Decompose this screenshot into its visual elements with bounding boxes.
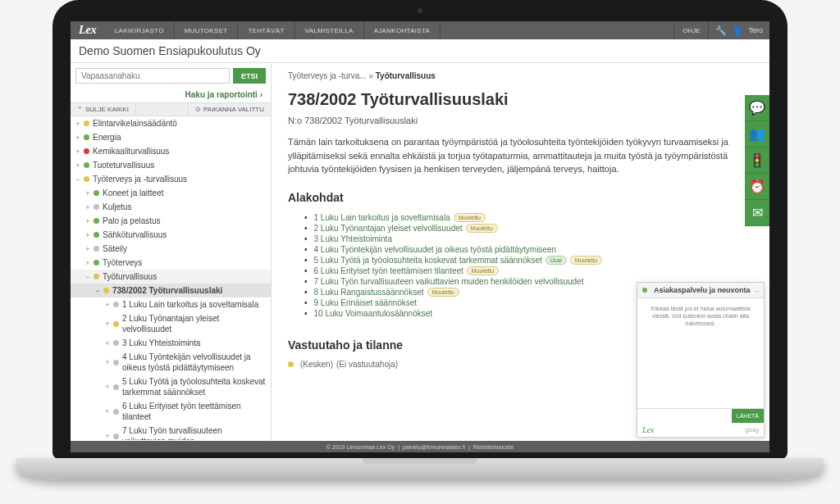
bullet-icon: • — [304, 245, 308, 254]
nav-ohje[interactable]: OHJE — [673, 21, 708, 39]
search-input[interactable] — [75, 68, 230, 84]
search-button[interactable]: ETSI — [233, 68, 266, 84]
laptop-notch — [363, 458, 477, 464]
footer-email[interactable]: palvelu@linnunmaalex.fi — [403, 444, 465, 450]
tree-item-luku4[interactable]: +4 Luku Työntekijän velvollisuudet ja oi… — [71, 350, 271, 375]
tree-item-tyoturvallisuus[interactable]: −Työturvallisuus — [71, 270, 271, 284]
nav-tehtavat[interactable]: TEHTÄVÄT — [238, 21, 294, 39]
chat-input[interactable] — [637, 409, 732, 423]
status-dot — [113, 360, 119, 366]
tree-item-tuote[interactable]: +Tuoteturvallisuus — [71, 158, 271, 172]
tree-item-luku2[interactable]: +2 Luku Työnantajan yleiset velvollisuud… — [71, 311, 271, 336]
breadcrumb-current: Työturvallisuus — [376, 71, 436, 80]
company-title: Demo Suomen Ensiapukoulutus Oy — [71, 39, 769, 63]
bullet-icon: • — [304, 288, 308, 297]
status-dot — [84, 134, 89, 140]
nav-muutokset[interactable]: MUUTOKSET — [175, 21, 239, 39]
tree-item-tyoterveys[interactable]: −Työterveys ja -turvallisuus — [71, 172, 271, 186]
page-title: 738/2002 Työturvallisuuslaki — [288, 90, 753, 109]
camera-dot — [418, 8, 422, 13]
traffic-light-icon[interactable]: 🚦 — [745, 148, 769, 174]
plus-icon: + — [84, 245, 92, 253]
tree-item-luku6[interactable]: +6 Luku Erityiset työn teettämisen tilan… — [71, 399, 271, 424]
tree-item-kemikaali[interactable]: +Kemikaaliturvallisuus — [71, 144, 271, 158]
tree-item-palo[interactable]: +Palo ja pelastus — [71, 214, 271, 228]
chat-icon[interactable]: 💬 — [745, 95, 769, 121]
tree-item-738-2002[interactable]: −738/2002 Työturvallisuuslaki — [71, 284, 271, 297]
plus-icon: + — [103, 407, 112, 415]
mail-icon[interactable]: ✉ — [745, 200, 769, 226]
minus-icon: − — [84, 273, 92, 281]
chapter-link[interactable]: •6 Luku Erityiset työn teettämisen tilan… — [304, 266, 753, 276]
target-icon: ⊙ — [195, 106, 201, 113]
haku-raportointi-link[interactable]: Haku ja raportointi — [71, 89, 271, 102]
breadcrumb-link[interactable]: Työterveys ja -turva... — [288, 71, 367, 80]
status-badge: Uusi — [546, 256, 567, 265]
chapter-link[interactable]: •2 Luku Työnantajan yleiset velvollisuud… — [304, 223, 753, 234]
plus-icon: + — [74, 161, 82, 170]
tree-item-luku5[interactable]: +5 Luku Työtä ja työolosuhteita koskevat… — [71, 375, 271, 399]
tree-item-koneet[interactable]: +Koneet ja laitteet — [71, 186, 271, 200]
status-dot — [288, 361, 294, 367]
wrench-icon[interactable]: 🔧 — [715, 25, 727, 36]
chapter-label: 3 Luku Yhteistoiminta — [314, 234, 392, 243]
user-icon[interactable]: 👤 — [732, 25, 743, 36]
locate-selected-button[interactable]: ⊙PAIKANNA VALITTU — [188, 103, 271, 116]
chat-provider: giosg — [745, 427, 759, 433]
law-description: Tämän lain tarkoituksena on parantaa työ… — [288, 135, 753, 176]
nav-valmisteilla[interactable]: VALMISTEILLA — [295, 21, 364, 39]
page-subtitle: N:o 738/2002 Työturvallisuuslaki — [288, 116, 753, 125]
chapter-label: 7 Luku Työn turvallisuuteen vaikuttavien… — [314, 277, 584, 286]
chapter-label: 4 Luku Työntekijän velvollisuudet ja oik… — [314, 245, 557, 254]
footer-rekisteri[interactable]: Rekisteriseloste — [473, 444, 514, 450]
chat-widget: Asiakaspalvelu ja neuvonta – Klikkaa täs… — [637, 282, 765, 438]
chapter-link[interactable]: •1 Luku Lain tarkoitus ja soveltamisalaM… — [304, 212, 753, 223]
user-name[interactable]: Tero — [748, 26, 763, 34]
plus-icon: + — [74, 148, 82, 156]
status-dot — [113, 434, 119, 439]
tree-item-luku7[interactable]: +7 Luku Työn turvallisuuteen vaikuttavie… — [71, 424, 271, 440]
tree-item-elintarvike[interactable]: +Elintarvikelainsäädäntö — [71, 116, 271, 130]
chat-minimize-icon[interactable]: – — [756, 287, 759, 294]
chapter-link[interactable]: •4 Luku Työntekijän velvollisuudet ja oi… — [304, 244, 753, 255]
minus-icon: − — [74, 175, 82, 184]
clock-icon[interactable]: ⏰ — [745, 174, 769, 200]
status-dot — [84, 162, 89, 168]
vastuu-status: (Kesken) — [300, 360, 333, 369]
alakohdat-heading: Alakohdat — [288, 191, 753, 204]
footer-copyright: © 2019 Linnunmaa Lex Oy — [326, 444, 395, 450]
plus-icon: + — [103, 432, 112, 440]
bullet-icon: • — [304, 234, 308, 243]
users-icon[interactable]: 👥 — [745, 121, 769, 148]
plus-icon: + — [74, 120, 82, 128]
chat-header[interactable]: Asiakaspalvelu ja neuvonta – — [637, 283, 764, 298]
chat-title: Asiakaspalvelu ja neuvonta — [654, 286, 751, 294]
chapter-link[interactable]: •3 Luku Yhteistoiminta — [304, 234, 753, 244]
tree-item-sateily[interactable]: +Säteily — [71, 242, 271, 256]
chapter-label: 9 Luku Erinäiset säännökset — [314, 298, 418, 307]
collapse-all-button[interactable]: ⌃SULJE KAIKKI — [71, 103, 136, 116]
chapter-link[interactable]: •5 Luku Työtä ja työolosuhteita koskevat… — [304, 255, 753, 266]
plus-icon: + — [103, 383, 112, 391]
bullet-icon: • — [304, 277, 308, 286]
chapter-label: 8 Luku Rangaistussäännökset — [314, 288, 424, 297]
tree-item-luku1[interactable]: +1 Luku Lain tarkoitus ja soveltamisala — [71, 297, 271, 311]
tree-item-energia[interactable]: +Energia — [71, 130, 271, 144]
chapter-label: 5 Luku Työtä ja työolosuhteita koskevat … — [314, 256, 542, 265]
top-nav: Lex LAKIKIRJASTO MUUTOKSET TEHTÄVÄT VALM… — [71, 21, 769, 39]
bullet-icon: • — [304, 224, 308, 233]
status-dot — [94, 246, 99, 252]
chat-send-button[interactable]: LÄHETÄ — [732, 409, 764, 423]
tree-item-tyoterveys2[interactable]: +Työterveys — [71, 256, 271, 270]
plus-icon: + — [84, 189, 92, 198]
tree-item-luku3[interactable]: +3 Luku Yhteistoiminta — [71, 336, 271, 350]
tree-item-kuljetus[interactable]: +Kuljetus — [71, 200, 271, 214]
nav-lakikirjasto[interactable]: LAKIKIRJASTO — [105, 21, 175, 39]
status-dot — [113, 340, 119, 346]
tree-item-sahko[interactable]: +Sähköturvallisuus — [71, 228, 271, 242]
law-tree[interactable]: +Elintarvikelainsäädäntö +Energia +Kemik… — [71, 116, 271, 440]
nav-ajankohtaista[interactable]: AJANKOHTAISTA — [364, 21, 441, 39]
logo[interactable]: Lex — [71, 21, 105, 39]
status-dot — [84, 148, 89, 154]
bullet-icon: • — [304, 298, 308, 307]
